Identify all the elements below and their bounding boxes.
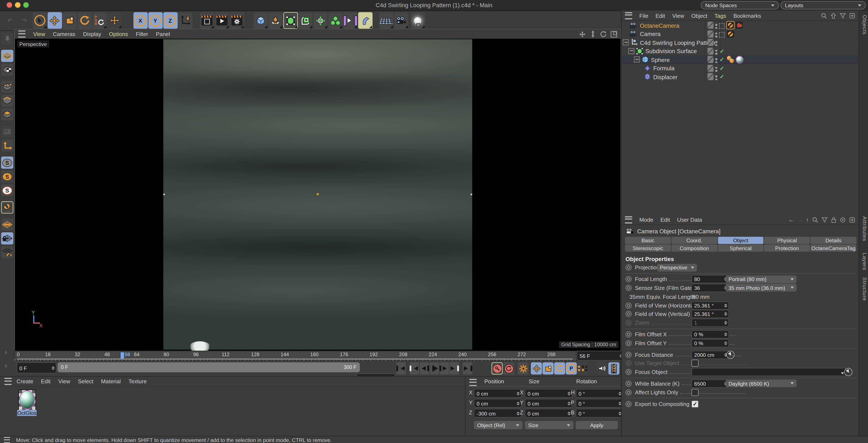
object-name[interactable]: OctaneCamera [640,22,679,29]
add-floor-button[interactable] [379,12,393,29]
object-row-camera[interactable]: Camera [622,30,860,38]
keyframe-circle-icon[interactable] [626,380,632,387]
record-pla-toggle[interactable] [578,362,588,374]
make-editable-button[interactable] [1,33,13,45]
edge-mode-button[interactable] [1,95,13,107]
layer-tag[interactable] [707,73,714,80]
keyframe-circle-icon[interactable] [626,331,632,338]
om-menu-bookmarks[interactable]: Bookmarks [734,12,761,19]
keyframe-circle-icon[interactable] [626,285,632,291]
enable-axis-button[interactable] [1,139,13,151]
add-panel-icon[interactable] [849,12,855,19]
object-name[interactable]: Subdivision Surface [646,48,697,54]
size-y-field[interactable]: 0 cm [525,399,572,408]
visibility-dots[interactable] [715,66,717,73]
add-extrude-object-button[interactable] [298,12,313,29]
layer-tag[interactable] [707,65,714,72]
perspective-viewport[interactable]: View Cameras Display Options Filter Pane… [14,29,621,351]
viewport-menu-cameras[interactable]: Cameras [53,31,75,37]
object-name[interactable]: Sphere [651,56,670,63]
undo-button[interactable]: ↶ [3,12,17,29]
coordinates-menu-icon[interactable] [469,379,476,386]
record-keyframe-button[interactable] [492,362,503,374]
position-z-field[interactable]: -300 cm [474,409,522,418]
position-y-field[interactable]: 0 cm [474,399,522,408]
previous-frame-button[interactable] [420,362,429,374]
focal-length-field[interactable]: 80 [691,275,729,283]
record-position-toggle[interactable] [531,362,542,374]
lock-icon[interactable] [831,217,836,223]
collapse-toggle[interactable] [623,39,629,45]
tab-object[interactable]: Object [718,237,764,244]
layer-tag[interactable] [707,30,714,37]
affect-lights-checkbox[interactable] [691,389,699,396]
material-thumbnail[interactable] [18,389,36,410]
layer-tag[interactable] [707,39,714,46]
search-icon[interactable] [812,217,818,223]
sensor-size-field[interactable]: 36 [691,284,729,292]
texture-mode-button[interactable] [1,64,13,76]
object-row-null[interactable]: C4d Swirling Looping Pattern [622,38,860,46]
keyframe-circle-icon[interactable] [626,340,632,346]
position-mode-dropdown[interactable]: Object (Rel) [474,421,523,429]
next-key-button[interactable] [450,362,459,374]
motion-mode-toggle[interactable] [609,362,619,374]
move-tool[interactable] [47,12,62,29]
record-parameter-toggle[interactable]: P [566,362,577,374]
tab-stereoscopic[interactable]: Stereoscopic [625,245,671,252]
align-workplane-button[interactable] [1,246,13,258]
add-cloner-button[interactable] [343,12,357,29]
parent-up-icon[interactable]: ↑ [806,217,809,223]
viewport-menu-view[interactable]: View [33,31,45,37]
tab-protection[interactable]: Protection [764,245,810,252]
collapse-toggle[interactable] [628,48,634,54]
texture-tag[interactable] [736,56,744,64]
object-name[interactable]: Camera [640,31,661,37]
export-compositing-checkbox[interactable]: ✓ [691,400,699,407]
use-target-checkbox[interactable] [691,360,699,367]
size-mode-dropdown[interactable]: Size [525,421,574,429]
object-manager-menu-icon[interactable] [625,12,632,19]
rotate-tool[interactable] [77,12,92,29]
viewport-maximize-icon[interactable] [610,31,617,38]
white-balance-preset-dropdown[interactable]: Daylight (6500 K) [726,380,797,387]
tab-structure[interactable]: Structure [859,277,868,301]
search-icon[interactable] [821,12,827,19]
object-row-displacer[interactable]: Displacer ✓ [622,72,860,81]
snap-3d-button[interactable]: S [1,170,13,182]
fov-horizontal-field[interactable]: 25.361 ° [691,301,729,310]
film-offset-x-field[interactable]: 0 % [691,330,729,338]
attr-menu-edit[interactable]: Edit [660,217,670,223]
viewport-menu-options[interactable]: Options [109,31,128,37]
add-bend-deformer-button[interactable] [358,12,372,29]
add-subdivision-surface-button[interactable] [283,12,298,29]
add-camera-button[interactable] [394,12,408,29]
size-x-field[interactable]: 0 cm [525,389,572,398]
polygon-mode-button[interactable] [1,108,13,121]
viewport-menu-display[interactable]: Display [83,31,101,37]
keyframe-circle-icon[interactable] [626,360,632,366]
tab-objects[interactable]: Objects [859,15,868,35]
object-row-octanecamera[interactable]: OctaneCamera [622,21,860,29]
zoom-field[interactable]: 1 [691,319,729,327]
history-forward-icon[interactable]: → [797,217,803,223]
focal-length-preset-dropdown[interactable]: Portrait (80 mm) [726,275,797,283]
keyframe-circle-icon[interactable] [626,302,632,309]
rotation-h-field[interactable]: 0 ° [576,389,623,398]
coordinate-system-button[interactable] [178,12,192,29]
collapse-toggle[interactable] [634,57,640,63]
move-axis-tool[interactable] [107,12,121,29]
enabled-check-icon[interactable]: ✓ [720,65,724,71]
attr-menu-userdata[interactable]: User Data [677,217,702,223]
tab-layers[interactable]: Layers [859,253,868,270]
tab-spherical[interactable]: Spherical [718,245,764,252]
om-menu-object[interactable]: Object [691,12,707,19]
octane-camera-tag[interactable] [727,30,734,37]
object-row-subdivision-surface[interactable]: Subdivision Surface ✓ [622,47,860,55]
focus-object-picker-button[interactable] [844,368,852,376]
sensor-size-preset-dropdown[interactable]: 35 mm Photo (36.0 mm) [726,284,797,292]
path-up-icon[interactable] [830,12,836,19]
record-rotation-toggle[interactable] [554,362,565,374]
visibility-dots[interactable] [715,74,717,81]
magnet-snap-button[interactable] [1,201,13,213]
